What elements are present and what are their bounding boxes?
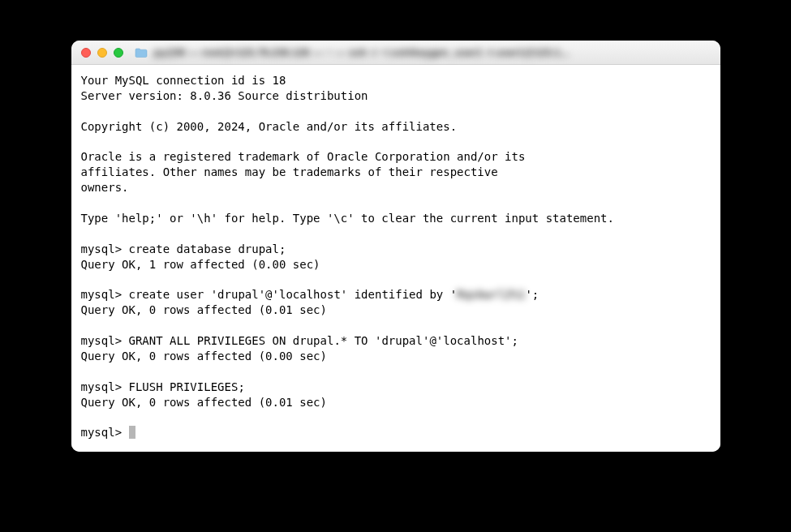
titlebar: py@M — root@r123.78.230.126 — ~ — ssh -i… [71, 41, 720, 65]
blank-line [81, 104, 711, 119]
command-line: mysql> FLUSH PRIVILEGES; [81, 380, 711, 395]
window-title: py@M — root@r123.78.230.126 — ~ — ssh -i… [154, 46, 711, 58]
command-text: create database drupal; [129, 242, 286, 255]
output-line: Server version: 8.0.36 Source distributi… [81, 88, 711, 104]
output-line: Copyright (c) 2000, 2024, Oracle and/or … [81, 119, 711, 135]
result-line: Query OK, 0 rows affected (0.01 sec) [81, 395, 711, 410]
traffic-lights [81, 48, 123, 58]
command-line: mysql> create database drupal; [81, 242, 711, 257]
result-line: Query OK, 0 rows affected (0.00 sec) [81, 349, 711, 364]
output-line: Type 'help;' or '\h' for help. Type '\c'… [81, 211, 711, 226]
command-text: create user 'drupal'@'localhost' identif… [129, 288, 458, 301]
cursor-icon [129, 426, 135, 439]
terminal-body[interactable]: Your MySQL connection id is 18Server ver… [71, 65, 720, 452]
result-line: Query OK, 0 rows affected (0.01 sec) [81, 302, 711, 318]
maximize-icon[interactable] [114, 48, 123, 58]
output-line: Your MySQL connection id is 18 [81, 73, 711, 88]
prompt: mysql> [81, 334, 129, 347]
close-icon[interactable] [81, 48, 91, 58]
terminal-window: py@M — root@r123.78.230.126 — ~ — ssh -i… [71, 41, 720, 452]
output-line: owners. [81, 180, 711, 195]
command-line: mysql> GRANT ALL PRIVILEGES ON drupal.* … [81, 333, 711, 349]
output-line: affiliates. Other names may be trademark… [81, 165, 711, 180]
blank-line [81, 364, 711, 380]
minimize-icon[interactable] [97, 48, 107, 58]
password-blurred: Rqxkwrl2%1 [457, 287, 525, 302]
prompt: mysql> [81, 288, 129, 301]
blank-line [81, 135, 711, 150]
folder-icon [135, 48, 148, 58]
result-line: Query OK, 1 row affected (0.00 sec) [81, 257, 711, 272]
prompt: mysql> [81, 242, 129, 255]
prompt: mysql> [81, 426, 129, 439]
command-text: '; [525, 288, 539, 301]
output-line: Oracle is a registered trademark of Orac… [81, 149, 711, 165]
prompt: mysql> [81, 380, 129, 393]
blank-line [81, 318, 711, 333]
blank-line [81, 195, 711, 211]
command-line: mysql> create user 'drupal'@'localhost' … [81, 287, 711, 302]
command-text: FLUSH PRIVILEGES; [129, 380, 245, 393]
blank-line [81, 272, 711, 288]
blank-line [81, 410, 711, 426]
command-text: GRANT ALL PRIVILEGES ON drupal.* TO 'dru… [129, 334, 518, 347]
prompt-line: mysql> [81, 425, 711, 440]
blank-line [81, 226, 711, 242]
